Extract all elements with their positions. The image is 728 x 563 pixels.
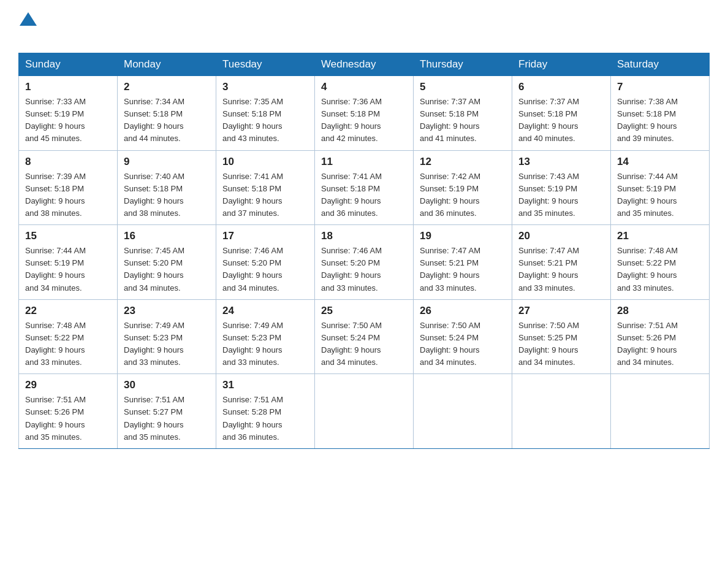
- day-number: 16: [124, 230, 210, 242]
- calendar-cell: 19 Sunrise: 7:47 AMSunset: 5:21 PMDaylig…: [414, 225, 512, 300]
- calendar-week-row: 1 Sunrise: 7:33 AMSunset: 5:19 PMDayligh…: [19, 76, 710, 151]
- calendar-cell: 2 Sunrise: 7:34 AMSunset: 5:18 PMDayligh…: [118, 76, 216, 151]
- day-info: Sunrise: 7:37 AMSunset: 5:18 PMDaylight:…: [518, 97, 579, 143]
- day-info: Sunrise: 7:50 AMSunset: 5:24 PMDaylight:…: [321, 321, 382, 367]
- day-info: Sunrise: 7:48 AMSunset: 5:22 PMDaylight:…: [25, 321, 86, 367]
- weekday-header-row: SundayMondayTuesdayWednesdayThursdayFrid…: [19, 53, 710, 76]
- calendar-cell: 3 Sunrise: 7:35 AMSunset: 5:18 PMDayligh…: [216, 76, 315, 151]
- day-number: 21: [617, 230, 703, 242]
- calendar-cell: 21 Sunrise: 7:48 AMSunset: 5:22 PMDaylig…: [611, 225, 710, 300]
- weekday-header-tuesday: Tuesday: [216, 53, 315, 76]
- day-info: Sunrise: 7:36 AMSunset: 5:18 PMDaylight:…: [321, 97, 382, 143]
- day-number: 20: [518, 230, 604, 242]
- calendar-cell: 28 Sunrise: 7:51 AMSunset: 5:26 PMDaylig…: [611, 299, 710, 374]
- calendar-cell: [512, 374, 611, 449]
- day-info: Sunrise: 7:51 AMSunset: 5:26 PMDaylight:…: [617, 321, 678, 367]
- calendar-cell: 5 Sunrise: 7:37 AMSunset: 5:18 PMDayligh…: [414, 76, 512, 151]
- calendar-cell: 7 Sunrise: 7:38 AMSunset: 5:18 PMDayligh…: [611, 76, 710, 151]
- day-info: Sunrise: 7:43 AMSunset: 5:19 PMDaylight:…: [518, 172, 579, 218]
- day-number: 9: [124, 156, 210, 168]
- day-info: Sunrise: 7:49 AMSunset: 5:23 PMDaylight:…: [222, 321, 283, 367]
- calendar-cell: [414, 374, 512, 449]
- day-number: 29: [25, 379, 111, 391]
- day-info: Sunrise: 7:51 AMSunset: 5:26 PMDaylight:…: [25, 395, 86, 441]
- day-number: 27: [518, 305, 604, 317]
- day-info: Sunrise: 7:47 AMSunset: 5:21 PMDaylight:…: [518, 246, 579, 292]
- calendar-cell: [315, 374, 414, 449]
- calendar-week-row: 8 Sunrise: 7:39 AMSunset: 5:18 PMDayligh…: [19, 150, 710, 225]
- calendar-cell: 14 Sunrise: 7:44 AMSunset: 5:19 PMDaylig…: [611, 150, 710, 225]
- calendar-cell: 6 Sunrise: 7:37 AMSunset: 5:18 PMDayligh…: [512, 76, 611, 151]
- weekday-header-wednesday: Wednesday: [315, 53, 414, 76]
- day-info: Sunrise: 7:41 AMSunset: 5:18 PMDaylight:…: [321, 172, 382, 218]
- day-number: 19: [420, 230, 506, 242]
- calendar-cell: 13 Sunrise: 7:43 AMSunset: 5:19 PMDaylig…: [512, 150, 611, 225]
- day-number: 7: [617, 81, 703, 93]
- page-header: [18, 12, 710, 42]
- day-info: Sunrise: 7:40 AMSunset: 5:18 PMDaylight:…: [124, 172, 184, 218]
- day-number: 4: [321, 81, 407, 93]
- calendar-cell: 31 Sunrise: 7:51 AMSunset: 5:28 PMDaylig…: [216, 374, 315, 449]
- day-info: Sunrise: 7:51 AMSunset: 5:27 PMDaylight:…: [124, 395, 184, 441]
- day-info: Sunrise: 7:35 AMSunset: 5:18 PMDaylight:…: [222, 97, 283, 143]
- day-number: 17: [222, 230, 308, 242]
- calendar-week-row: 29 Sunrise: 7:51 AMSunset: 5:26 PMDaylig…: [19, 374, 710, 449]
- day-number: 25: [321, 305, 407, 317]
- calendar-cell: 20 Sunrise: 7:47 AMSunset: 5:21 PMDaylig…: [512, 225, 611, 300]
- calendar-cell: 16 Sunrise: 7:45 AMSunset: 5:20 PMDaylig…: [118, 225, 216, 300]
- day-number: 30: [124, 379, 210, 391]
- calendar-cell: 22 Sunrise: 7:48 AMSunset: 5:22 PMDaylig…: [19, 299, 118, 374]
- day-info: Sunrise: 7:41 AMSunset: 5:18 PMDaylight:…: [222, 172, 283, 218]
- calendar-cell: 29 Sunrise: 7:51 AMSunset: 5:26 PMDaylig…: [19, 374, 118, 449]
- calendar-cell: 12 Sunrise: 7:42 AMSunset: 5:19 PMDaylig…: [414, 150, 512, 225]
- day-number: 2: [124, 81, 210, 93]
- day-number: 10: [222, 156, 308, 168]
- day-number: 12: [420, 156, 506, 168]
- day-info: Sunrise: 7:50 AMSunset: 5:25 PMDaylight:…: [518, 321, 579, 367]
- day-info: Sunrise: 7:37 AMSunset: 5:18 PMDaylight:…: [420, 97, 480, 143]
- day-number: 28: [617, 305, 703, 317]
- day-number: 22: [25, 305, 111, 317]
- day-number: 13: [518, 156, 604, 168]
- calendar-cell: 8 Sunrise: 7:39 AMSunset: 5:18 PMDayligh…: [19, 150, 118, 225]
- calendar-week-row: 15 Sunrise: 7:44 AMSunset: 5:19 PMDaylig…: [19, 225, 710, 300]
- calendar-cell: 30 Sunrise: 7:51 AMSunset: 5:27 PMDaylig…: [118, 374, 216, 449]
- day-number: 24: [222, 305, 308, 317]
- day-info: Sunrise: 7:39 AMSunset: 5:18 PMDaylight:…: [25, 172, 86, 218]
- day-number: 11: [321, 156, 407, 168]
- calendar-table: SundayMondayTuesdayWednesdayThursdayFrid…: [18, 53, 710, 449]
- calendar-cell: 9 Sunrise: 7:40 AMSunset: 5:18 PMDayligh…: [118, 150, 216, 225]
- day-number: 1: [25, 81, 111, 93]
- day-info: Sunrise: 7:38 AMSunset: 5:18 PMDaylight:…: [617, 97, 678, 143]
- calendar-cell: 26 Sunrise: 7:50 AMSunset: 5:24 PMDaylig…: [414, 299, 512, 374]
- day-number: 23: [124, 305, 210, 317]
- weekday-header-thursday: Thursday: [414, 53, 512, 76]
- day-number: 3: [222, 81, 308, 93]
- logo: [18, 12, 37, 42]
- calendar-cell: 18 Sunrise: 7:46 AMSunset: 5:20 PMDaylig…: [315, 225, 414, 300]
- calendar-cell: 27 Sunrise: 7:50 AMSunset: 5:25 PMDaylig…: [512, 299, 611, 374]
- day-number: 5: [420, 81, 506, 93]
- weekday-header-saturday: Saturday: [611, 53, 710, 76]
- day-info: Sunrise: 7:49 AMSunset: 5:23 PMDaylight:…: [124, 321, 184, 367]
- day-number: 18: [321, 230, 407, 242]
- weekday-header-monday: Monday: [118, 53, 216, 76]
- calendar-cell: 1 Sunrise: 7:33 AMSunset: 5:19 PMDayligh…: [19, 76, 118, 151]
- day-info: Sunrise: 7:44 AMSunset: 5:19 PMDaylight:…: [617, 172, 678, 218]
- calendar-cell: [611, 374, 710, 449]
- day-number: 6: [518, 81, 604, 93]
- calendar-cell: 23 Sunrise: 7:49 AMSunset: 5:23 PMDaylig…: [118, 299, 216, 374]
- calendar-cell: 10 Sunrise: 7:41 AMSunset: 5:18 PMDaylig…: [216, 150, 315, 225]
- day-number: 31: [222, 379, 308, 391]
- calendar-cell: 24 Sunrise: 7:49 AMSunset: 5:23 PMDaylig…: [216, 299, 315, 374]
- calendar-cell: 15 Sunrise: 7:44 AMSunset: 5:19 PMDaylig…: [19, 225, 118, 300]
- day-info: Sunrise: 7:46 AMSunset: 5:20 PMDaylight:…: [222, 246, 283, 292]
- weekday-header-friday: Friday: [512, 53, 611, 76]
- calendar-cell: 25 Sunrise: 7:50 AMSunset: 5:24 PMDaylig…: [315, 299, 414, 374]
- calendar-cell: 11 Sunrise: 7:41 AMSunset: 5:18 PMDaylig…: [315, 150, 414, 225]
- day-info: Sunrise: 7:50 AMSunset: 5:24 PMDaylight:…: [420, 321, 480, 367]
- calendar-cell: 4 Sunrise: 7:36 AMSunset: 5:18 PMDayligh…: [315, 76, 414, 151]
- day-number: 26: [420, 305, 506, 317]
- weekday-header-sunday: Sunday: [19, 53, 118, 76]
- day-info: Sunrise: 7:33 AMSunset: 5:19 PMDaylight:…: [25, 97, 86, 143]
